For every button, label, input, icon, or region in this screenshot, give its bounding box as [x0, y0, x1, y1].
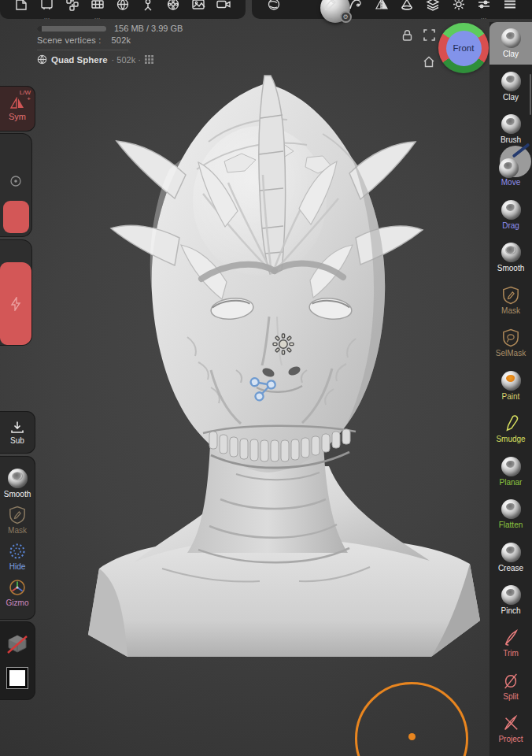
sidebar-tool-smooth-5[interactable]: Smooth [490, 236, 532, 279]
scene-info-block: 156 MB / 3.99 GB Scene vertices : 502k Q… [37, 24, 183, 65]
layers-icon[interactable] [420, 0, 446, 19]
lighting-icon[interactable] [135, 0, 161, 19]
sidebar-tool-move-3[interactable]: Move [490, 150, 532, 193]
tool-label-mask: Mask [501, 306, 520, 315]
memory-text: 156 MB / 3.99 GB [114, 24, 183, 33]
tool-sphere-icon [501, 499, 521, 519]
quick-gizmo-label: Gizmo [6, 598, 29, 607]
stroke-pen-icon[interactable]: … [317, 0, 343, 19]
tool-sidebar: Clay Clay Brush Move Drag Smooth Mask Se… [490, 22, 532, 756]
intensity-slider[interactable] [0, 240, 31, 345]
orientation-gizmo[interactable]: Front [438, 23, 489, 73]
sub-button[interactable]: Sub [0, 412, 35, 453]
camera-icon[interactable] [211, 0, 236, 19]
memory-gauge [37, 26, 106, 32]
app-window: … … ⚙ … [0, 0, 532, 756]
tool-label-crease: Crease [498, 564, 523, 573]
sidebar-tool-clay-0[interactable]: Clay [490, 22, 532, 65]
quick-hide-label: Hide [9, 562, 26, 571]
interface-sliders-icon[interactable]: … [471, 0, 497, 19]
tool-label-split: Split [503, 692, 518, 701]
left-quick-tools: Smooth Mask Hide Gizmo [0, 457, 35, 619]
tool-label-paint: Paint [502, 392, 520, 401]
tool-label-clay: Clay [503, 93, 519, 102]
mask-shield-icon [9, 506, 26, 524]
sidebar-tool-smudge-9[interactable]: Smudge [490, 408, 532, 450]
sidebar-tool-mask-6[interactable]: Mask [490, 279, 532, 321]
smudge-icon [502, 414, 519, 433]
topology-grid-icon[interactable]: … [85, 0, 110, 19]
sidebar-tool-flatten-11[interactable]: Flatten [490, 493, 532, 536]
sidebar-tool-trim-14[interactable]: Trim [490, 621, 532, 664]
intensity-bolt-icon [10, 297, 21, 311]
light-rotate-cursor-icon[interactable] [272, 333, 294, 355]
tool-label-brush: Brush [501, 135, 521, 144]
download-arrow-icon [10, 421, 24, 434]
quick-gizmo-button[interactable]: Gizmo [6, 578, 29, 607]
selmask-shield-icon [502, 328, 519, 347]
sidebar-tool-crease-12[interactable]: Crease [490, 536, 532, 579]
trim-knife-icon [502, 628, 519, 647]
tool-sphere-icon [501, 114, 521, 134]
paint-color-swatch[interactable] [7, 668, 28, 688]
postprocess-icon[interactable] [161, 0, 186, 19]
background-image-icon[interactable] [186, 0, 211, 19]
tool-sphere-icon [501, 243, 521, 262]
tool-sphere-icon [501, 585, 521, 605]
object-meta: · 502k · [112, 55, 141, 65]
tool-label-project: Project [498, 735, 523, 743]
active-brush-icon[interactable]: ⚙ [287, 0, 318, 19]
symmetry-mirror-icon[interactable] [368, 0, 394, 19]
info-divider [37, 50, 128, 50]
topbar-left-group: … … [0, 0, 246, 19]
sphere-object-icon [37, 54, 47, 65]
sidebar-tool-planar-10[interactable]: Planar [490, 450, 532, 493]
material-icon[interactable] [261, 0, 287, 19]
orientation-front-face[interactable]: Front [446, 31, 482, 66]
radius-slider-handle[interactable] [3, 201, 29, 233]
tool-sphere-icon [501, 371, 521, 391]
sym-plus-label: + [27, 95, 31, 102]
intensity-slider-fill[interactable] [0, 262, 31, 345]
hide-dotted-icon [8, 542, 27, 561]
orientation-label: Front [453, 43, 475, 53]
move-tool-icon [501, 157, 521, 176]
sculpt-viewport[interactable] [0, 0, 532, 756]
tool-label-smudge: Smudge [496, 435, 525, 443]
sidebar-tool-project-16[interactable]: Project [490, 707, 532, 750]
mask-shield-icon [502, 286, 519, 305]
tool-label-selmask: SelMask [496, 349, 526, 358]
sidebar-tool-paint-8[interactable]: Paint [490, 365, 532, 407]
symmetry-toggle-button[interactable]: L/W+ Sym [0, 87, 35, 131]
clone-icon[interactable]: … [35, 0, 60, 19]
tool-label-move: Move [501, 178, 520, 187]
environment-icon[interactable] [110, 0, 135, 19]
sidebar-tool-selmask-7[interactable]: SelMask [490, 322, 532, 365]
sidebar-tool-clay-1[interactable]: Clay [490, 65, 532, 107]
radius-slider[interactable] [0, 134, 31, 236]
primitive-cone-icon[interactable] [394, 0, 420, 19]
matcap-disabled-icon[interactable] [6, 633, 29, 657]
sidebar-tool-pinch-13[interactable]: Pinch [490, 579, 532, 621]
tool-sphere-icon [501, 457, 521, 476]
sub-label: Sub [10, 436, 24, 445]
sidebar-tool-split-15[interactable]: Split [490, 665, 532, 707]
scene-vertices-label: Scene vertices : [37, 35, 101, 45]
quick-smooth-button[interactable]: Smooth [4, 469, 31, 498]
files-icon[interactable] [9, 0, 35, 19]
split-icon [502, 672, 519, 691]
quick-mask-button[interactable]: Mask [8, 506, 27, 535]
falloff-curve-icon[interactable] [343, 0, 369, 19]
quick-hide-button[interactable]: Hide [8, 542, 27, 571]
selected-object-row[interactable]: Quad Sphere · 502k · [37, 54, 183, 65]
home-view-icon[interactable] [423, 56, 435, 71]
fullscreen-icon[interactable] [423, 29, 435, 44]
voxel-grid-icon [145, 55, 153, 64]
project-icon [502, 714, 519, 733]
tool-sphere-icon [501, 72, 521, 91]
scene-graph-icon[interactable] [60, 0, 85, 19]
lock-view-icon[interactable] [401, 29, 413, 45]
settings-gear-icon[interactable] [445, 0, 471, 19]
sidebar-tool-drag-4[interactable]: Drag [490, 194, 532, 236]
menu-icon[interactable] [497, 0, 523, 19]
